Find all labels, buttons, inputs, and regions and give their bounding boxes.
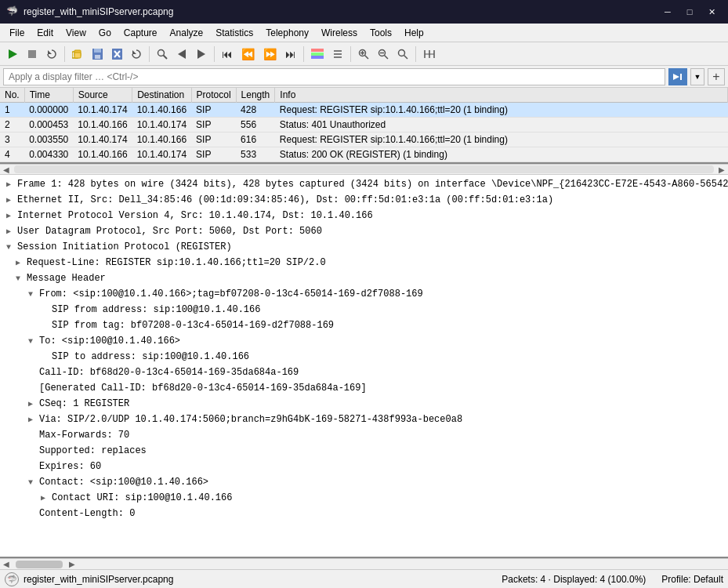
auto-scroll-btn[interactable] xyxy=(328,45,347,64)
prev-packet-btn[interactable] xyxy=(172,45,191,64)
packets-count: Packets: 4 · Displayed: 4 (100.0%) xyxy=(502,574,646,585)
detail-item[interactable]: Content-Length: 0 xyxy=(0,506,728,521)
cell-source: 10.1.40.174 xyxy=(73,103,132,118)
detail-item[interactable]: ▼Contact: <sip:100@10.1.40.166> xyxy=(0,474,728,490)
cell-length: 533 xyxy=(236,147,275,162)
start-capture-btn[interactable] xyxy=(3,45,22,64)
detail-item[interactable]: ▶Contact URI: sip:100@10.1.40.166 xyxy=(0,490,728,506)
packet-row[interactable]: 1 0.000000 10.1.40.174 10.1.40.166 SIP 4… xyxy=(0,103,728,118)
detail-item[interactable]: ▶Request-Line: REGISTER sip:10.1.40.166;… xyxy=(0,255,728,270)
stop-capture-btn[interactable] xyxy=(23,45,42,64)
packet-list-hscroll[interactable]: ◀ ▶ xyxy=(0,164,728,175)
detail-item[interactable]: SIP to address: sip:100@10.1.40.166 xyxy=(0,349,728,365)
jump-last-btn[interactable]: ⏭ xyxy=(281,45,300,64)
menu-edit[interactable]: Edit xyxy=(31,26,60,40)
next-packet-btn[interactable] xyxy=(192,45,211,64)
detail-item[interactable]: ▼Session Initiation Protocol (REGISTER) xyxy=(0,239,728,255)
cell-protocol: SIP xyxy=(191,132,236,147)
tree-toggle: ▼ xyxy=(16,273,27,285)
detail-item[interactable]: [Generated Call-ID: bf68d20-0-13c4-65014… xyxy=(0,380,728,396)
cell-no: 2 xyxy=(0,118,24,132)
col-length: Length xyxy=(236,88,275,103)
bottom-hscroll-thumb[interactable] xyxy=(16,561,63,568)
detail-item[interactable]: SIP from tag: bf07208-0-13c4-65014-169-d… xyxy=(0,318,728,333)
col-info: Info xyxy=(275,88,728,103)
packet-detail-hscroll[interactable]: ◀ ▶ xyxy=(0,558,728,569)
svg-rect-18 xyxy=(311,53,324,56)
svg-marker-12 xyxy=(132,50,136,54)
menu-analyze[interactable]: Analyze xyxy=(164,26,210,40)
svg-line-14 xyxy=(164,55,168,59)
detail-item[interactable]: Max-Forwards: 70 xyxy=(0,427,728,443)
resize-columns-btn[interactable] xyxy=(419,45,440,64)
reload-file-btn[interactable] xyxy=(127,45,146,64)
menu-go[interactable]: Go xyxy=(92,26,118,40)
zoom-out-btn[interactable] xyxy=(374,45,393,64)
sep2 xyxy=(149,46,150,62)
detail-item[interactable]: ▶Ethernet II, Src: Dell_34:85:46 (00:1d:… xyxy=(0,192,728,208)
cell-destination: 10.1.40.166 xyxy=(132,132,191,147)
detail-item[interactable]: ▶Frame 1: 428 bytes on wire (3424 bits),… xyxy=(0,176,728,192)
detail-item[interactable]: ▼Message Header xyxy=(0,270,728,286)
tree-toggle: ▶ xyxy=(16,257,27,269)
packet-list: No. Time Source Destination Protocol Len… xyxy=(0,88,728,164)
filter-bar: ▼ + xyxy=(0,66,728,88)
menu-file[interactable]: File xyxy=(3,26,31,40)
svg-rect-1 xyxy=(28,50,36,58)
restart-capture-btn[interactable] xyxy=(42,45,61,64)
cell-time: 0.000453 xyxy=(24,118,73,132)
find-packet-btn[interactable] xyxy=(153,45,172,64)
tree-toggle: ▶ xyxy=(6,194,17,206)
cell-source: 10.1.40.174 xyxy=(73,132,132,147)
minimize-button[interactable]: ─ xyxy=(657,5,678,19)
filter-dropdown-btn[interactable]: ▼ xyxy=(690,68,704,85)
close-button[interactable]: ✕ xyxy=(701,5,722,19)
menu-telephony[interactable]: Telephony xyxy=(259,26,315,40)
detail-item[interactable]: Supported: replaces xyxy=(0,443,728,459)
cell-info: Status: 401 Unauthorized xyxy=(275,118,728,132)
cell-destination: 10.1.40.166 xyxy=(132,103,191,118)
tree-toggle: ▼ xyxy=(28,336,39,347)
close-file-btn[interactable] xyxy=(107,45,126,64)
zoom-normal-btn[interactable] xyxy=(393,45,412,64)
packet-row[interactable]: 4 0.004330 10.1.40.166 10.1.40.174 SIP 5… xyxy=(0,147,728,162)
hscroll-thumb[interactable] xyxy=(14,165,714,173)
detail-item[interactable]: Expires: 60 xyxy=(0,459,728,474)
sep3 xyxy=(214,46,215,62)
packet-row[interactable]: 3 0.003550 10.1.40.174 10.1.40.166 SIP 6… xyxy=(0,132,728,147)
display-filter-input[interactable] xyxy=(3,68,665,85)
detail-item[interactable]: ▶Via: SIP/2.0/UDP 10.1.40.174:5060;branc… xyxy=(0,412,728,427)
packet-row[interactable]: 2 0.000453 10.1.40.166 10.1.40.174 SIP 5… xyxy=(0,118,728,132)
svg-marker-15 xyxy=(178,49,186,59)
open-file-btn[interactable] xyxy=(68,45,87,64)
save-file-btn[interactable] xyxy=(88,45,107,64)
detail-item[interactable]: ▼To: <sip:100@10.1.40.166> xyxy=(0,333,728,349)
apply-filter-btn[interactable] xyxy=(668,68,687,85)
menu-tools[interactable]: Tools xyxy=(364,26,398,40)
detail-item[interactable]: ▶User Datagram Protocol, Src Port: 5060,… xyxy=(0,223,728,239)
menu-help[interactable]: Help xyxy=(398,26,430,40)
menu-statistics[interactable]: Statistics xyxy=(209,26,259,40)
maximize-button[interactable]: □ xyxy=(679,5,700,19)
zoom-in-btn[interactable] xyxy=(354,45,373,64)
detail-item[interactable]: SIP from address: sip:100@10.1.40.166 xyxy=(0,302,728,318)
colorize-btn[interactable] xyxy=(307,45,328,64)
detail-item[interactable]: ▶Internet Protocol Version 4, Src: 10.1.… xyxy=(0,208,728,223)
detail-item[interactable]: ▶CSeq: 1 REGISTER xyxy=(0,396,728,412)
svg-point-30 xyxy=(399,49,405,56)
svg-rect-8 xyxy=(95,55,100,59)
jump-next-btn[interactable]: ⏩ xyxy=(259,45,281,64)
tree-toggle: ▶ xyxy=(28,414,39,426)
jump-prev-btn[interactable]: ⏪ xyxy=(237,45,259,64)
jump-first-btn[interactable]: ⏮ xyxy=(218,45,237,64)
menu-capture[interactable]: Capture xyxy=(118,26,164,40)
sep4 xyxy=(303,46,304,62)
add-filter-btn[interactable]: + xyxy=(708,68,725,85)
detail-item[interactable]: ▼From: <sip:100@10.1.40.166>;tag=bf07208… xyxy=(0,286,728,302)
svg-marker-16 xyxy=(197,49,205,59)
detail-item[interactable]: Call-ID: bf68d20-0-13c4-65014-169-35da68… xyxy=(0,365,728,380)
cell-destination: 10.1.40.174 xyxy=(132,147,191,162)
menu-wireless[interactable]: Wireless xyxy=(315,26,364,40)
menu-view[interactable]: View xyxy=(60,26,92,40)
sep1 xyxy=(64,46,65,62)
